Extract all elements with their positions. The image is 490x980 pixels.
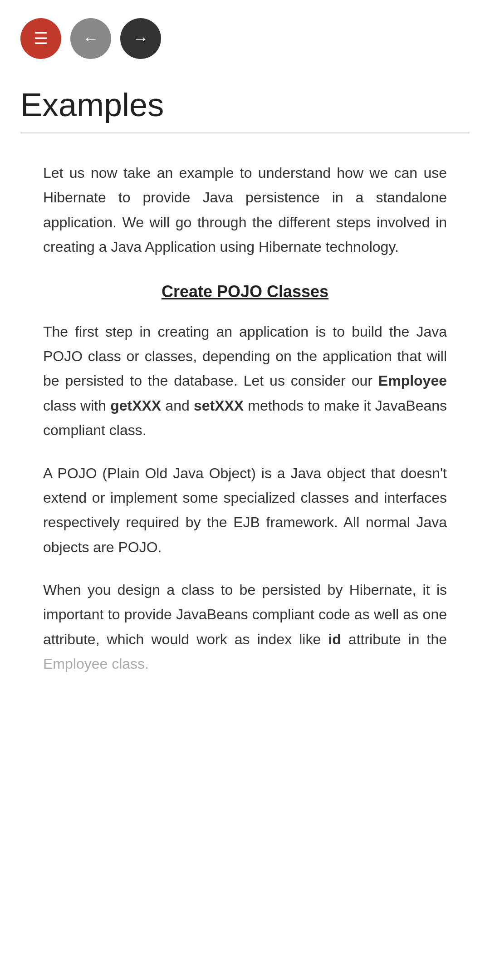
title-divider — [20, 132, 470, 133]
page-title: Examples — [0, 73, 490, 132]
section1-p1-employee: Employee — [378, 372, 447, 389]
top-navigation: ☰ ← → — [0, 0, 490, 73]
menu-button[interactable]: ☰ — [20, 18, 61, 59]
section1-p3-link[interactable]: Employee class. — [43, 656, 149, 672]
menu-icon: ☰ — [34, 29, 48, 48]
intro-paragraph: Let us now take an example to understand… — [43, 161, 447, 260]
section1-paragraph3: When you design a class to be persisted … — [43, 578, 447, 676]
back-button[interactable]: ← — [70, 18, 111, 59]
section1-p1-text3: and — [161, 397, 194, 414]
section1-heading: Create POJO Classes — [43, 282, 447, 301]
section1-p1-text2: class with — [43, 397, 110, 414]
section1-paragraph2: A POJO (Plain Old Java Object) is a Java… — [43, 461, 447, 560]
main-content: Let us now take an example to understand… — [0, 152, 490, 713]
section1-p1-getxxx: getXXX — [110, 397, 161, 414]
section1-paragraph1: The first step in creating an applicatio… — [43, 319, 447, 443]
section1-p3-id: id — [328, 631, 341, 647]
section1-p3-text2: attribute in the — [341, 631, 447, 647]
section1-p1-setxxx: setXXX — [194, 397, 244, 414]
forward-button[interactable]: → — [120, 18, 161, 59]
forward-icon: → — [132, 29, 149, 48]
back-icon: ← — [83, 29, 99, 48]
